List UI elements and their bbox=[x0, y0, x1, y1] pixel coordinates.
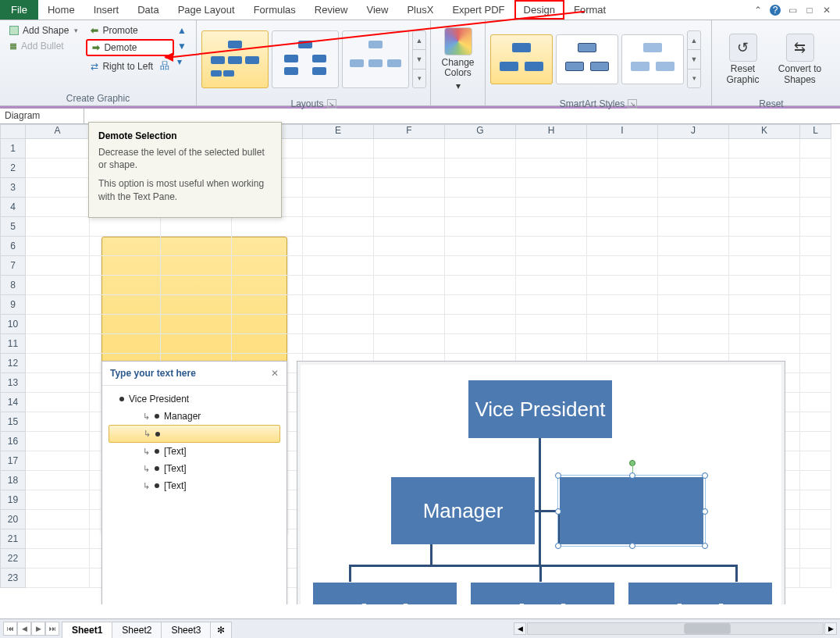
cell[interactable] bbox=[445, 315, 516, 334]
cell[interactable] bbox=[161, 276, 232, 295]
row-21[interactable]: 21 bbox=[0, 529, 26, 549]
cell[interactable] bbox=[26, 237, 90, 256]
cell[interactable] bbox=[374, 237, 445, 256]
cell[interactable] bbox=[26, 412, 90, 432]
cell[interactable] bbox=[800, 315, 831, 334]
cell[interactable] bbox=[445, 198, 516, 217]
cell[interactable] bbox=[800, 334, 831, 354]
row-15[interactable]: 15 bbox=[0, 412, 26, 432]
cell[interactable] bbox=[232, 315, 303, 334]
cell[interactable] bbox=[26, 568, 90, 588]
cell[interactable] bbox=[658, 237, 729, 256]
last-sheet-button[interactable]: ⏭ bbox=[45, 622, 59, 636]
text-pane-item[interactable]: ↳ bbox=[109, 425, 280, 443]
text-pane-item[interactable]: ↳Manager bbox=[109, 408, 280, 425]
sheet-tab-2[interactable]: Sheet2 bbox=[112, 622, 162, 638]
cell[interactable] bbox=[374, 139, 445, 159]
col-A[interactable]: A bbox=[26, 124, 90, 139]
sa-node-root[interactable]: Vice President bbox=[468, 380, 612, 438]
cell[interactable] bbox=[26, 159, 90, 178]
row-4[interactable]: 4 bbox=[0, 198, 26, 217]
scroll-down-icon[interactable]: ▼ bbox=[688, 50, 700, 69]
cell[interactable] bbox=[587, 178, 658, 198]
cell[interactable] bbox=[374, 178, 445, 198]
cell[interactable] bbox=[90, 276, 161, 295]
cell[interactable] bbox=[161, 334, 232, 354]
style-thumb-3[interactable] bbox=[621, 34, 684, 84]
cell[interactable] bbox=[445, 334, 516, 354]
tab-home[interactable]: Home bbox=[38, 0, 84, 20]
layouts-gallery-scroll[interactable]: ▲ ▼ ▾ bbox=[412, 30, 426, 88]
cell[interactable] bbox=[800, 393, 831, 412]
cell[interactable] bbox=[445, 256, 516, 276]
expand-gallery-icon[interactable]: ▾ bbox=[688, 70, 700, 87]
cell[interactable] bbox=[26, 295, 90, 315]
cell[interactable] bbox=[26, 529, 90, 549]
next-sheet-button[interactable]: ▶ bbox=[31, 622, 45, 636]
tab-format[interactable]: Format bbox=[564, 0, 615, 20]
dialog-launcher-icon[interactable]: ↘ bbox=[327, 99, 336, 109]
cell[interactable] bbox=[587, 315, 658, 334]
tab-data[interactable]: Data bbox=[128, 0, 168, 20]
col-G[interactable]: G bbox=[445, 124, 516, 139]
scroll-down-icon[interactable]: ▼ bbox=[413, 50, 425, 69]
cell[interactable] bbox=[658, 178, 729, 198]
tab-page-layout[interactable]: Page Layout bbox=[169, 0, 244, 20]
col-L[interactable]: L bbox=[800, 124, 831, 139]
minimize-icon[interactable]: ▭ bbox=[787, 5, 798, 16]
cell[interactable] bbox=[800, 373, 831, 393]
tab-review[interactable]: Review bbox=[305, 0, 358, 20]
cell[interactable] bbox=[90, 217, 161, 237]
sa-node-leaf-1[interactable]: [Text] bbox=[313, 583, 457, 604]
cell[interactable] bbox=[800, 549, 831, 568]
layout-icon[interactable]: ▾ bbox=[177, 56, 187, 67]
cell[interactable] bbox=[658, 315, 729, 334]
cell[interactable] bbox=[374, 159, 445, 178]
cell[interactable] bbox=[587, 159, 658, 178]
cell[interactable] bbox=[516, 315, 587, 334]
cell[interactable] bbox=[587, 139, 658, 159]
cell[interactable] bbox=[90, 315, 161, 334]
cell[interactable] bbox=[800, 529, 831, 549]
cell[interactable] bbox=[26, 315, 90, 334]
cell[interactable] bbox=[374, 256, 445, 276]
cell[interactable] bbox=[729, 334, 800, 354]
col-J[interactable]: J bbox=[658, 124, 729, 139]
cell[interactable] bbox=[26, 354, 90, 373]
cell[interactable] bbox=[516, 256, 587, 276]
row-20[interactable]: 20 bbox=[0, 510, 26, 529]
cell[interactable] bbox=[658, 256, 729, 276]
cell[interactable] bbox=[800, 295, 831, 315]
cell[interactable] bbox=[232, 237, 303, 256]
cell[interactable] bbox=[587, 334, 658, 354]
cell[interactable] bbox=[800, 237, 831, 256]
cell[interactable] bbox=[232, 256, 303, 276]
cell[interactable] bbox=[729, 217, 800, 237]
close-icon[interactable]: ✕ bbox=[821, 5, 832, 16]
cell[interactable] bbox=[658, 217, 729, 237]
move-down-icon[interactable]: ▼ bbox=[177, 41, 187, 52]
row-19[interactable]: 19 bbox=[0, 490, 26, 510]
cell[interactable] bbox=[161, 237, 232, 256]
cell[interactable] bbox=[232, 295, 303, 315]
cell[interactable] bbox=[161, 217, 232, 237]
cell[interactable] bbox=[516, 178, 587, 198]
cell[interactable] bbox=[658, 139, 729, 159]
cell[interactable] bbox=[26, 139, 90, 159]
convert-to-shapes-button[interactable]: ⇆ Convert to Shapes bbox=[774, 23, 826, 95]
demote-button[interactable]: ➡Demote bbox=[86, 39, 174, 56]
cell[interactable] bbox=[445, 159, 516, 178]
col-K[interactable]: K bbox=[729, 124, 800, 139]
cell[interactable] bbox=[303, 295, 374, 315]
cell[interactable] bbox=[161, 315, 232, 334]
cell[interactable] bbox=[800, 490, 831, 510]
smartart-canvas[interactable]: Vice President Manager [Text] [Text] [Te… bbox=[297, 361, 785, 604]
cell[interactable] bbox=[800, 256, 831, 276]
cell[interactable] bbox=[800, 568, 831, 588]
cell[interactable] bbox=[658, 198, 729, 217]
cell[interactable] bbox=[516, 295, 587, 315]
smartart-text-pane[interactable]: Type your text here ✕ Vice President↳Man… bbox=[101, 361, 287, 604]
cell[interactable] bbox=[587, 237, 658, 256]
cell[interactable] bbox=[729, 237, 800, 256]
row-12[interactable]: 12 bbox=[0, 354, 26, 373]
